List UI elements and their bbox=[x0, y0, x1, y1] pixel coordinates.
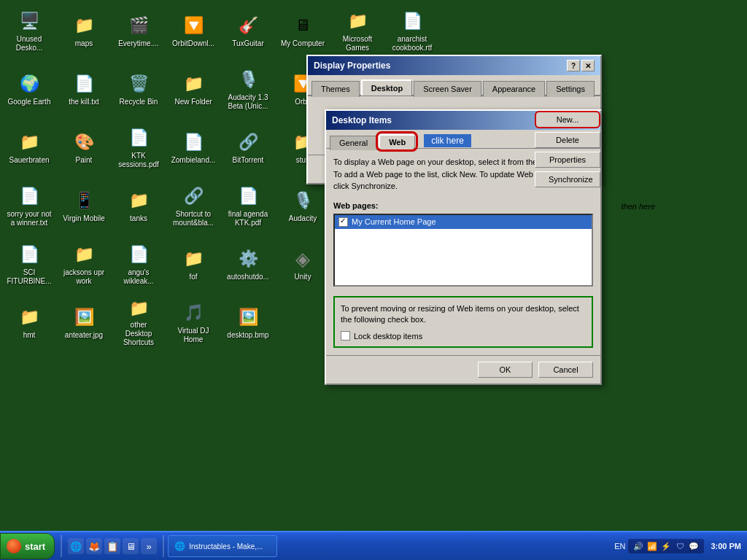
tray-icon-2: 📶 bbox=[646, 540, 658, 552]
icon-final-agenda[interactable]: 📄 final agendaKTK.pdf bbox=[222, 179, 274, 233]
taskbar-window-instructables[interactable]: 🌐 Instructables - Make,... bbox=[168, 535, 277, 557]
quick-launch: 🌐 🦊 📋 🖥 » bbox=[64, 538, 160, 554]
tab-themes[interactable]: Themes bbox=[311, 81, 360, 97]
di-tab-web-content: To display a Web page on your desktop, s… bbox=[326, 148, 600, 355]
tabs-container: Themes Desktop Screen Saver Appearance S… bbox=[308, 75, 600, 96]
di-cancel-button[interactable]: Cancel bbox=[538, 362, 593, 378]
start-button[interactable]: start bbox=[0, 533, 55, 559]
tray-icon-4: 🛡 bbox=[674, 540, 686, 552]
icon-audacity2[interactable]: 🎙️ Audacity bbox=[277, 179, 328, 233]
start-orb bbox=[7, 539, 21, 553]
icon-tanks[interactable]: 📁 tanks bbox=[113, 179, 164, 233]
web-page-item[interactable]: My Current Home Page bbox=[335, 215, 592, 229]
tray-icon-3: ⚡ bbox=[660, 540, 672, 552]
ql-ie-button[interactable]: 🌐 bbox=[68, 538, 84, 554]
icon-hmt[interactable]: 📁 hmt bbox=[4, 295, 55, 350]
ql-expand-button[interactable]: » bbox=[141, 538, 157, 554]
icon-sorry-winner[interactable]: 📄 sorry your nota winner.txt bbox=[4, 179, 55, 233]
prevent-section: To prevent moving or resizing of Web ite… bbox=[333, 296, 593, 349]
icon-everytime[interactable]: 🎬 Everytime.... bbox=[113, 4, 164, 58]
icon-anteater[interactable]: 🖼️ anteater.jpg bbox=[58, 295, 109, 350]
close-button[interactable]: ✕ bbox=[581, 60, 595, 71]
side-buttons: New... Delete Properties Synchronize bbox=[535, 111, 600, 187]
icon-orbitdownl[interactable]: 🔽 OrbitDownl... bbox=[168, 4, 219, 58]
di-ok-button[interactable]: OK bbox=[478, 362, 533, 378]
then-here-annotation: then here bbox=[622, 202, 655, 211]
taskbar-divider-1 bbox=[61, 535, 62, 557]
icon-virtual-dj[interactable]: 🎵 Virtual DJHome bbox=[168, 295, 219, 350]
di-footer: OK Cancel bbox=[326, 355, 600, 384]
tray-icon-1: 🔊 bbox=[632, 540, 644, 552]
desktop-items-title: Desktop Items bbox=[332, 115, 392, 125]
desktop-items-dialog: Desktop Items ? ✕ General Web clik here … bbox=[325, 109, 602, 385]
tab-screensaver[interactable]: Screen Saver bbox=[414, 81, 481, 97]
icon-fof[interactable]: 📁 fof bbox=[168, 237, 219, 292]
icon-my-computer[interactable]: 🖥 My Computer bbox=[277, 4, 328, 58]
display-properties-title: Display Properties bbox=[314, 61, 390, 71]
web-page-checkbox[interactable] bbox=[338, 217, 348, 227]
start-label: start bbox=[25, 541, 45, 552]
web-pages-list: My Current Home Page bbox=[333, 214, 593, 287]
icon-ktk-sessions[interactable]: 📄 KTKsessions.pdf bbox=[113, 120, 164, 175]
help-button[interactable]: ? bbox=[567, 60, 580, 71]
tab-desktop[interactable]: Desktop bbox=[361, 79, 412, 96]
taskbar-right: EN 🔊 📶 ⚡ 🛡 💬 3:00 PM bbox=[608, 539, 747, 553]
icon-jacksons[interactable]: 📁 jacksons uprwork bbox=[58, 237, 109, 292]
tab-settings[interactable]: Settings bbox=[546, 81, 595, 97]
icon-tuxguitar[interactable]: 🎸 TuxGuitar bbox=[222, 4, 274, 58]
icon-bittorrent[interactable]: 🔗 BitTorrent bbox=[222, 120, 274, 175]
language-indicator: EN bbox=[614, 542, 625, 551]
icon-google-earth[interactable]: 🌍 Google Earth bbox=[4, 62, 55, 117]
lock-desktop-checkbox[interactable] bbox=[341, 331, 350, 341]
web-page-label: My Current Home Page bbox=[352, 217, 436, 226]
icon-other-shortcuts[interactable]: 📁 other Desktop Shortcuts bbox=[113, 295, 164, 350]
di-tab-web[interactable]: Web bbox=[379, 134, 415, 149]
titlebar-buttons: ? ✕ bbox=[567, 60, 595, 71]
icon-sauerbraten[interactable]: 📁 Sauerbraten bbox=[4, 120, 55, 175]
taskbar-window-label: Instructables - Make,... bbox=[189, 542, 263, 551]
tab-appearance[interactable]: Appearance bbox=[483, 81, 545, 97]
icon-shortcut-mount[interactable]: 🔗 Shortcut tomount&bla... bbox=[168, 179, 219, 233]
taskbar: start 🌐 🦊 📋 🖥 » 🌐 Instructables - Make,.… bbox=[0, 531, 747, 560]
icon-the-kill[interactable]: 📄 the kill.txt bbox=[58, 62, 109, 117]
icon-virgin-mobile[interactable]: 📱 Virgin Mobile bbox=[58, 179, 109, 233]
lock-checkbox-row: Lock desktop items bbox=[341, 331, 586, 341]
desktop: 🖥️ Unused Desko... 📁 maps 🎬 Everytime...… bbox=[0, 0, 747, 531]
icon-maps[interactable]: 📁 maps bbox=[58, 4, 109, 58]
icon-anarchist[interactable]: 📄 anarchistcookbook.rtf bbox=[387, 4, 438, 58]
ql-firefox-button[interactable]: 🦊 bbox=[86, 538, 102, 554]
icon-unused-desktop[interactable]: 🖥️ Unused Desko... bbox=[4, 4, 55, 58]
icon-new-folder[interactable]: 📁 New Folder bbox=[168, 62, 219, 117]
icon-sci-fiturbine[interactable]: 📄 SCIFITURBINE... bbox=[4, 237, 55, 292]
ql-btn4[interactable]: 🖥 bbox=[123, 538, 139, 554]
ql-btn3[interactable]: 📋 bbox=[104, 538, 120, 554]
delete-button[interactable]: Delete bbox=[535, 132, 600, 148]
di-tab-general[interactable]: General bbox=[330, 136, 377, 150]
icon-paint[interactable]: 🎨 Paint bbox=[58, 120, 109, 175]
icon-zombieland[interactable]: 📄 Zombieland... bbox=[168, 120, 219, 175]
list-and-buttons: My Current Home Page New... Delete Prope… bbox=[333, 214, 593, 290]
system-tray: 🔊 📶 ⚡ 🛡 💬 bbox=[628, 539, 704, 553]
prevent-text: To prevent moving or resizing of Web ite… bbox=[341, 303, 586, 326]
icon-desktop-bmp[interactable]: 🖼️ desktop.bmp bbox=[222, 295, 274, 350]
new-button[interactable]: New... bbox=[535, 111, 600, 128]
icon-autoshutdo[interactable]: ⚙️ autoshutdo... bbox=[222, 237, 274, 292]
icon-recycle-bin[interactable]: 🗑️ Recycle Bin bbox=[113, 62, 164, 117]
web-list-container: My Current Home Page bbox=[333, 214, 593, 290]
clock: 3:00 PM bbox=[707, 542, 741, 551]
properties-button[interactable]: Properties bbox=[535, 152, 600, 168]
web-pages-label: Web pages: bbox=[333, 201, 593, 210]
icon-angus[interactable]: 📄 angu'swikleak... bbox=[113, 237, 164, 292]
tray-icon-5: 💬 bbox=[688, 540, 700, 552]
icon-unity[interactable]: ◈ Unity bbox=[277, 237, 328, 292]
taskbar-divider-2 bbox=[163, 535, 164, 557]
synchronize-button[interactable]: Synchronize bbox=[535, 171, 600, 187]
lock-desktop-label: Lock desktop items bbox=[354, 332, 422, 341]
icon-audacity[interactable]: 🎙️ Audacity 1.3Beta (Unic... bbox=[222, 62, 274, 117]
clik-here-label: clik here bbox=[424, 134, 471, 147]
icon-microsoft-games[interactable]: 📁 MicrosoftGames bbox=[332, 4, 383, 58]
display-properties-titlebar: Display Properties ? ✕ bbox=[308, 56, 600, 75]
